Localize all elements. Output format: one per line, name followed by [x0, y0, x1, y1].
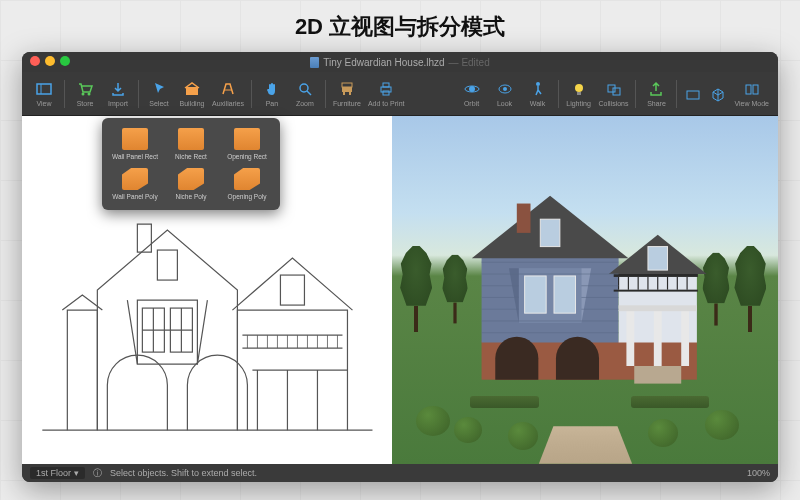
svg-point-2	[82, 93, 85, 96]
svg-rect-25	[746, 85, 751, 94]
tb-group-3dnav: Orbit Look Walk	[456, 78, 554, 109]
bush-icon	[648, 419, 678, 447]
pan-button[interactable]: Pan	[256, 78, 288, 109]
walk-label: Walk	[530, 100, 545, 107]
3d-render-pane[interactable]	[392, 116, 778, 464]
furniture-button[interactable]: Furniture	[330, 78, 364, 109]
import-label: Import	[108, 100, 128, 107]
svg-rect-33	[280, 275, 304, 305]
divider	[676, 80, 677, 108]
floor-selector[interactable]: 1st Floor ▾	[30, 467, 85, 479]
house-3d-render	[462, 182, 716, 401]
minimize-window-button[interactable]	[45, 56, 55, 66]
wall-panel-rect-item[interactable]: Wall Panel Rect	[110, 126, 160, 162]
view-button[interactable]: View	[28, 78, 60, 109]
bush-icon	[508, 422, 538, 450]
svg-point-15	[469, 86, 475, 92]
divider	[635, 80, 636, 108]
divider	[138, 80, 139, 108]
svg-rect-58	[654, 309, 662, 366]
view-icon	[35, 80, 53, 98]
store-label: Store	[77, 100, 94, 107]
svg-rect-11	[342, 83, 352, 87]
import-icon	[109, 80, 127, 98]
orbit-label: Orbit	[464, 100, 479, 107]
lighting-button[interactable]: Lighting	[563, 78, 595, 109]
toolbar: View Store Import Select Building	[22, 72, 778, 116]
wall-panel-poly-icon	[122, 168, 148, 190]
store-button[interactable]: Store	[69, 78, 101, 109]
svg-point-3	[88, 93, 91, 96]
opening-rect-icon	[234, 128, 260, 150]
svg-rect-21	[577, 92, 581, 95]
window-title: Tiny Edwardian House.lhzd — Edited	[310, 57, 490, 68]
svg-point-20	[575, 84, 583, 92]
building-button[interactable]: Building	[176, 78, 208, 109]
wall-panel-poly-item[interactable]: Wall Panel Poly	[110, 166, 160, 202]
viewmode-3d-button[interactable]	[706, 78, 730, 109]
building-label: Building	[180, 100, 205, 107]
opening-rect-label: Opening Rect	[227, 153, 267, 160]
pan-label: Pan	[266, 100, 278, 107]
opening-poly-item[interactable]: Opening Poly	[222, 166, 272, 202]
svg-rect-0	[37, 84, 51, 94]
statusbar: 1st Floor ▾ ⓘ Select objects. Shift to e…	[22, 464, 778, 482]
share-label: Share	[647, 100, 666, 107]
zoom-button[interactable]: Zoom	[289, 78, 321, 109]
maximize-window-button[interactable]	[60, 56, 70, 66]
print-icon	[377, 80, 395, 98]
niche-rect-label: Niche Rect	[175, 153, 207, 160]
divider	[64, 80, 65, 108]
building-popover: Wall Panel Rect Niche Rect Opening Rect …	[102, 118, 280, 210]
chevron-down-icon: ▾	[74, 468, 79, 478]
collisions-label: Collisions	[599, 100, 629, 107]
titlebar: Tiny Edwardian House.lhzd — Edited	[22, 52, 778, 72]
share-button[interactable]: Share	[640, 78, 672, 109]
walk-button[interactable]: Walk	[522, 78, 554, 109]
niche-rect-item[interactable]: Niche Rect	[166, 126, 216, 162]
svg-rect-32	[157, 250, 177, 280]
import-button[interactable]: Import	[102, 78, 134, 109]
look-button[interactable]: Look	[489, 78, 521, 109]
furniture-label: Furniture	[333, 100, 361, 107]
tree-icon	[400, 246, 432, 332]
wall-panel-rect-icon	[122, 128, 148, 150]
zoom-value[interactable]: 100%	[747, 468, 770, 478]
svg-rect-60	[618, 305, 696, 311]
add-to-print-button[interactable]: Add to Print	[365, 78, 408, 109]
opening-poly-label: Opening Poly	[227, 193, 266, 200]
tb-group-nav: Pan Zoom	[256, 78, 321, 109]
svg-rect-8	[342, 87, 352, 92]
viewmode-label: View Mode	[734, 100, 769, 107]
orbit-icon	[463, 80, 481, 98]
lighting-label: Lighting	[566, 100, 591, 107]
tb-group-viewmode: View Mode	[681, 78, 772, 109]
document-state: Edited	[461, 57, 489, 68]
app-window: Tiny Edwardian House.lhzd — Edited View …	[22, 52, 778, 482]
tree-icon	[734, 246, 766, 332]
zoom-label: Zoom	[296, 100, 314, 107]
niche-poly-item[interactable]: Niche Poly	[166, 166, 216, 202]
svg-rect-13	[383, 83, 389, 87]
orbit-button[interactable]: Orbit	[456, 78, 488, 109]
niche-poly-label: Niche Poly	[175, 193, 206, 200]
svg-rect-43	[524, 276, 546, 313]
viewmode-2d-button[interactable]	[681, 78, 705, 109]
select-button[interactable]: Select	[143, 78, 175, 109]
svg-point-19	[536, 82, 540, 86]
svg-point-6	[300, 84, 308, 92]
auxiliaries-button[interactable]: Auxiliaries	[209, 78, 247, 109]
tb-group-import: Store Import	[69, 78, 134, 109]
svg-rect-57	[626, 309, 634, 366]
wall-panel-poly-label: Wall Panel Poly	[112, 193, 157, 200]
viewmode-button[interactable]: View Mode	[731, 78, 772, 109]
divider	[325, 80, 326, 108]
close-window-button[interactable]	[30, 56, 40, 66]
opening-rect-item[interactable]: Opening Rect	[222, 126, 272, 162]
collisions-button[interactable]: Collisions	[596, 78, 632, 109]
wall-panel-rect-label: Wall Panel Rect	[112, 153, 158, 160]
svg-rect-10	[349, 92, 351, 95]
svg-rect-56	[614, 290, 698, 292]
filename-text: Tiny Edwardian House.lhzd	[323, 57, 444, 68]
svg-point-18	[503, 87, 507, 91]
